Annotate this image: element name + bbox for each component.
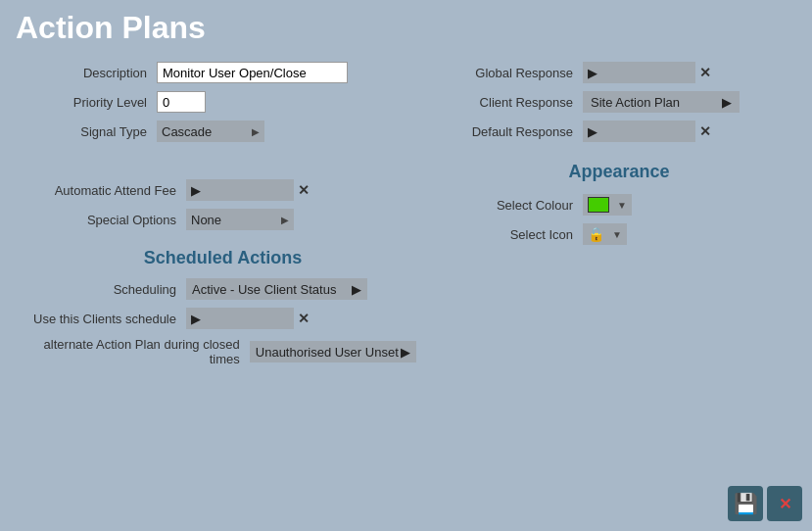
- alternate-action-value: Unauthorised User Unset: [256, 345, 399, 360]
- clients-schedule-control: ▶ ✕: [186, 308, 311, 329]
- clients-schedule-clear[interactable]: ✕: [296, 312, 311, 325]
- automatic-attend-fee-dropdown[interactable]: ▶: [186, 179, 294, 201]
- select-icon-row: Select Icon 🔒 ▼: [455, 223, 783, 245]
- clients-schedule-dropdown[interactable]: ▶: [186, 308, 294, 329]
- bottom-toolbar: 💾 ✕: [728, 486, 802, 521]
- select-icon-label: Select Icon: [455, 227, 583, 242]
- right-panel: Global Response ▶ ✕ Client Response Site…: [455, 62, 783, 374]
- alternate-action-label: alternate Action Plan during closed time…: [29, 337, 250, 366]
- global-response-arrow: ▶: [588, 66, 597, 80]
- signal-type-dropdown[interactable]: Cascade ▶: [157, 121, 264, 142]
- save-button[interactable]: 💾: [728, 486, 763, 521]
- appearance-title: Appearance: [455, 162, 783, 182]
- alternate-action-arrow: ▶: [401, 345, 410, 360]
- icon-symbol: 🔒: [588, 226, 604, 242]
- colour-swatch: [588, 197, 609, 213]
- global-response-row: Global Response ▶ ✕: [455, 62, 783, 83]
- select-colour-row: Select Colour ▼: [455, 194, 783, 216]
- clients-schedule-arrow: ▶: [191, 312, 201, 326]
- select-colour-label: Select Colour: [455, 198, 583, 213]
- client-response-arrow: ▶: [722, 95, 732, 110]
- default-response-dropdown[interactable]: ▶: [583, 121, 695, 142]
- scheduling-label: Scheduling: [29, 282, 186, 297]
- description-input[interactable]: [157, 62, 348, 83]
- scheduling-value: Active - Use Client Status: [192, 282, 336, 297]
- signal-type-value: Cascade: [162, 124, 212, 139]
- special-options-row: Special Options None ▶: [29, 209, 416, 230]
- default-response-clear[interactable]: ✕: [697, 124, 713, 138]
- automatic-attend-fee-clear[interactable]: ✕: [296, 183, 311, 197]
- colour-dropdown-arrow: ▼: [617, 200, 627, 211]
- description-label: Description: [29, 66, 157, 80]
- default-response-row: Default Response ▶ ✕: [455, 121, 783, 142]
- clients-schedule-row: Use this Clients schedule ▶ ✕: [29, 308, 416, 329]
- select-colour-dropdown[interactable]: ▼: [583, 194, 632, 216]
- cancel-icon: ✕: [779, 495, 791, 513]
- automatic-attend-fee-label: Automatic Attend Fee: [29, 183, 186, 198]
- save-icon: 💾: [734, 492, 758, 515]
- automatic-attend-fee-control: ▶ ✕: [186, 179, 311, 201]
- scheduling-row: Scheduling Active - Use Client Status ▶: [29, 278, 416, 300]
- global-response-label: Global Response: [455, 66, 583, 80]
- select-icon-dropdown[interactable]: 🔒 ▼: [583, 223, 627, 245]
- client-response-label: Client Response: [455, 95, 583, 110]
- client-response-row: Client Response Site Action Plan ▶: [455, 91, 783, 113]
- scheduled-actions-title: Scheduled Actions: [29, 248, 416, 268]
- global-response-clear[interactable]: ✕: [697, 66, 713, 79]
- special-options-dropdown[interactable]: None ▶: [186, 209, 294, 230]
- automatic-attend-fee-arrow: ▶: [191, 183, 201, 198]
- page-title: Action Plans: [0, 0, 812, 52]
- scheduling-dropdown[interactable]: Active - Use Client Status ▶: [186, 278, 367, 300]
- special-options-label: Special Options: [29, 213, 186, 227]
- priority-row: Priority Level: [29, 91, 416, 113]
- alternate-action-dropdown[interactable]: Unauthorised User Unset ▶: [250, 341, 416, 362]
- client-response-dropdown[interactable]: Site Action Plan ▶: [583, 91, 740, 113]
- alternate-action-row: alternate Action Plan during closed time…: [29, 337, 416, 366]
- clients-schedule-label: Use this Clients schedule: [29, 312, 186, 326]
- special-options-value: None: [191, 213, 221, 227]
- client-response-value: Site Action Plan: [591, 95, 680, 110]
- automatic-attend-fee-row: Automatic Attend Fee ▶ ✕: [29, 179, 416, 201]
- signal-type-label: Signal Type: [29, 124, 157, 139]
- signal-type-row: Signal Type Cascade ▶: [29, 121, 416, 142]
- global-response-dropdown[interactable]: ▶: [583, 62, 695, 83]
- default-response-label: Default Response: [455, 124, 583, 139]
- priority-input[interactable]: [157, 91, 206, 113]
- scheduling-arrow: ▶: [352, 282, 361, 297]
- signal-type-arrow: ▶: [252, 126, 260, 137]
- description-row: Description: [29, 62, 416, 83]
- priority-label: Priority Level: [29, 95, 157, 110]
- icon-dropdown-arrow: ▼: [612, 229, 622, 240]
- default-response-arrow: ▶: [588, 124, 597, 139]
- appearance-section: Appearance Select Colour ▼ Select Icon 🔒…: [455, 162, 783, 245]
- special-options-arrow: ▶: [281, 215, 289, 225]
- left-panel: Description Priority Level Signal Type C…: [29, 62, 416, 374]
- global-response-control: ▶ ✕: [583, 62, 713, 83]
- cancel-button[interactable]: ✕: [767, 486, 802, 521]
- default-response-control: ▶ ✕: [583, 121, 713, 142]
